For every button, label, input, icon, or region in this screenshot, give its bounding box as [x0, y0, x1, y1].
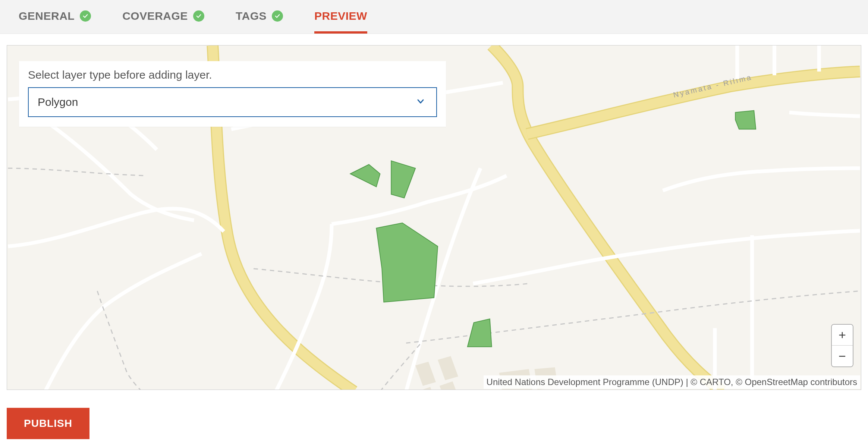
tabs-bar: GENERAL COVERAGE TAGS PREVIEW: [0, 0, 868, 34]
tab-tags[interactable]: TAGS: [236, 10, 283, 34]
attribution-suffix: contributors: [808, 377, 857, 387]
attribution-carto-link[interactable]: CARTO: [700, 377, 731, 387]
tab-preview[interactable]: PREVIEW: [314, 10, 367, 34]
zoom-controls: + −: [831, 324, 853, 367]
map-attribution: United Nations Development Programme (UN…: [484, 375, 860, 389]
chevron-down-icon: [416, 96, 425, 108]
zoom-out-button[interactable]: −: [832, 346, 853, 366]
tab-general[interactable]: GENERAL: [19, 10, 91, 34]
check-icon: [80, 10, 91, 22]
tab-tags-label: TAGS: [236, 10, 267, 22]
svg-marker-11: [735, 111, 756, 129]
attribution-sep: , ©: [731, 377, 745, 387]
tab-general-label: GENERAL: [19, 10, 75, 22]
zoom-in-button[interactable]: +: [832, 325, 853, 346]
layer-type-select[interactable]: Polygon: [28, 87, 437, 117]
layer-selector-label: Select layer type before adding layer.: [28, 69, 437, 81]
tab-coverage[interactable]: COVERAGE: [122, 10, 204, 34]
check-icon: [193, 10, 204, 22]
publish-button[interactable]: PUBLISH: [7, 408, 89, 439]
attribution-prefix: United Nations Development Programme (UN…: [487, 377, 700, 387]
layer-type-selected: Polygon: [38, 96, 78, 108]
layer-selector-card: Select layer type before adding layer. P…: [19, 61, 446, 127]
tab-coverage-label: COVERAGE: [122, 10, 188, 22]
attribution-osm-link[interactable]: OpenStreetMap: [745, 377, 808, 387]
map-preview-frame: Nyamata - Rilima: [7, 45, 861, 390]
tab-preview-label: PREVIEW: [314, 10, 367, 22]
check-icon: [272, 10, 283, 22]
